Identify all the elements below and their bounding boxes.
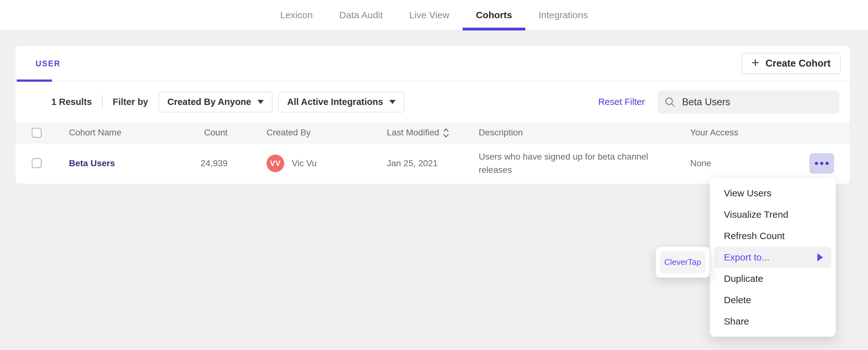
created-by-dropdown-value: Created By Anyone — [167, 97, 251, 107]
menu-item-duplicate[interactable]: Duplicate — [710, 268, 836, 289]
created-by-dropdown[interactable]: Created By Anyone — [159, 92, 273, 112]
ellipsis-icon — [820, 162, 823, 165]
row-checkbox[interactable] — [32, 159, 41, 168]
select-all-checkbox[interactable] — [32, 128, 41, 138]
caret-down-icon — [257, 100, 264, 104]
top-nav: Lexicon Data Audit Live View Cohorts Int… — [0, 0, 868, 31]
divider — [102, 95, 102, 109]
nav-tab-cohorts[interactable]: Cohorts — [463, 0, 525, 30]
cohorts-card: USER + Create Cohort 1 Results Filter by… — [15, 45, 850, 184]
menu-item-view-users[interactable]: View Users — [710, 182, 836, 204]
ellipsis-icon — [826, 162, 829, 165]
menu-item-share[interactable]: Share — [710, 311, 836, 332]
cohort-type-strip: USER + Create Cohort — [16, 46, 850, 82]
nav-tab-live-view[interactable]: Live View — [396, 0, 463, 30]
last-modified-date: Jan 25, 2021 — [384, 159, 478, 168]
caret-down-icon — [389, 100, 396, 104]
column-last-modified: Last Modified — [387, 128, 439, 138]
export-submenu: CleverTap — [656, 247, 710, 278]
search-icon — [664, 97, 676, 108]
plus-icon: + — [751, 56, 760, 69]
ellipsis-icon — [815, 162, 818, 165]
menu-item-refresh-count[interactable]: Refresh Count — [710, 225, 836, 247]
nav-tab-lexicon[interactable]: Lexicon — [267, 0, 326, 30]
menu-item-export-to[interactable]: Export to... — [714, 247, 831, 268]
submenu-item-clevertap[interactable]: CleverTap — [660, 251, 705, 273]
column-count: Count — [169, 128, 229, 138]
column-description: Description — [478, 126, 689, 139]
sort-icon[interactable] — [442, 128, 450, 138]
column-your-access: Your Access — [689, 128, 850, 138]
menu-item-visualize-trend[interactable]: Visualize Trend — [710, 204, 836, 225]
search-box[interactable] — [657, 91, 839, 114]
create-cohort-button[interactable]: + Create Cohort — [742, 53, 841, 74]
tab-user-label: USER — [36, 59, 60, 68]
access-value: None — [690, 159, 711, 168]
active-tab-underline — [17, 79, 52, 82]
table-row: Beta Users 24,939 VV Vic Vu Jan 25, 2021… — [16, 143, 850, 183]
avatar: VV — [267, 154, 284, 172]
cohort-count: 24,939 — [169, 159, 229, 168]
table-header: Cohort Name Count Created By Last Modifi… — [16, 122, 850, 143]
column-created-by: Created By — [229, 128, 384, 138]
tab-user[interactable]: USER — [24, 46, 72, 81]
menu-item-delete[interactable]: Delete — [710, 289, 836, 311]
create-cohort-label: Create Cohort — [766, 58, 831, 69]
row-actions-button[interactable] — [809, 153, 834, 173]
filter-by-label: Filter by — [113, 97, 148, 107]
creator-name: Vic Vu — [292, 159, 317, 168]
filter-bar: 1 Results Filter by Created By Anyone Al… — [16, 82, 850, 122]
nav-tab-integrations[interactable]: Integrations — [525, 0, 601, 30]
results-count: 1 Results — [51, 97, 92, 107]
nav-tab-data-audit[interactable]: Data Audit — [326, 0, 396, 30]
column-cohort-name: Cohort Name — [53, 128, 169, 138]
integrations-dropdown[interactable]: All Active Integrations — [278, 92, 404, 112]
menu-item-export-to-label: Export to... — [724, 252, 770, 262]
cohort-name-link[interactable]: Beta Users — [69, 159, 115, 168]
integrations-dropdown-value: All Active Integrations — [287, 97, 383, 107]
cohort-description: Users who have signed up for beta channe… — [478, 150, 689, 177]
search-input[interactable] — [682, 97, 820, 108]
row-context-menu: View Users Visualize Trend Refresh Count… — [710, 178, 836, 337]
submenu-arrow-icon — [817, 253, 823, 261]
reset-filter-link[interactable]: Reset Filter — [598, 97, 645, 107]
